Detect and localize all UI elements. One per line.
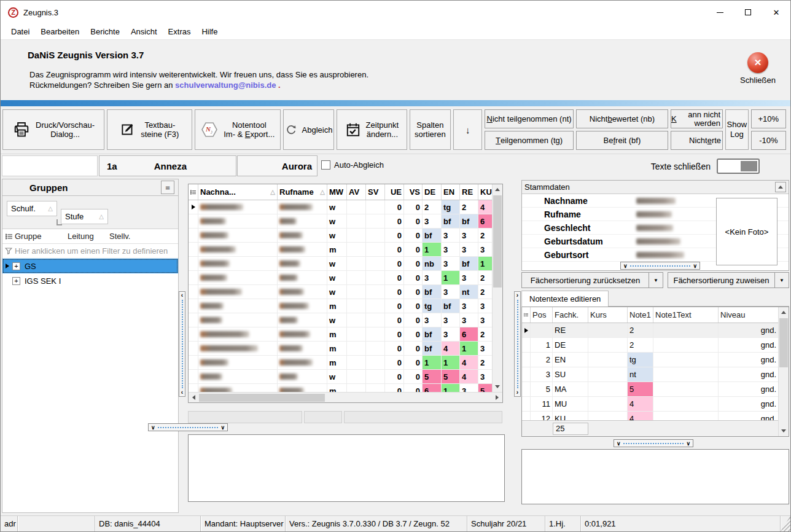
column-header-note1[interactable]: Note1 [628,307,653,323]
grade-cell[interactable]: bf [423,285,442,299]
auto-abgleich-checkbox[interactable] [321,160,330,170]
student-row[interactable]: m006135 [189,384,492,392]
niveau-cell[interactable]: gnd. [719,323,778,337]
scrollbar-thumb[interactable] [779,318,788,367]
note1text-cell[interactable] [653,412,719,420]
vs-cell[interactable]: 0 [404,299,423,313]
niveau-cell[interactable]: gnd. [719,382,778,396]
note1-cell[interactable]: 2 [628,338,653,352]
column-header-ku[interactable]: KU [478,184,492,200]
grade-cell[interactable]: 6 [460,327,478,341]
column-header-fachk[interactable]: Fachk. [553,307,588,323]
av-cell[interactable] [347,243,366,256]
av-cell[interactable] [347,271,366,284]
niveau-cell[interactable]: gnd. [719,353,778,367]
sv-cell[interactable] [366,229,385,242]
grade-cell[interactable]: 3 [423,271,442,284]
grade-cell[interactable]: 1 [423,356,442,369]
vs-cell[interactable]: 0 [404,342,423,355]
abgleich-button[interactable]: Abgleich [283,109,334,150]
gender-cell[interactable]: w [327,313,347,327]
gender-cell[interactable]: m [327,243,347,256]
befreit-button[interactable]: Befreit (bf) [576,131,668,150]
menu-extras[interactable]: Extras [163,25,197,39]
grade-cell[interactable]: bf [442,299,460,313]
note1-cell[interactable]: 2 [628,323,653,337]
sv-cell[interactable] [366,257,385,270]
gender-cell[interactable]: w [327,257,347,270]
collapse-button[interactable] [775,182,786,192]
scrollbar-thumb[interactable] [199,394,325,402]
grade-cell[interactable]: 4 [442,342,460,355]
grade-cell[interactable]: bf [423,327,442,341]
horizontal-scrollbar[interactable] [189,392,502,402]
student-row[interactable]: m00tgbf33 [189,299,492,313]
note-row-en[interactable]: 2ENtggnd. [522,353,778,367]
note-row-de[interactable]: 1DE2gnd. [522,338,778,353]
note1-cell[interactable]: 4 [628,397,653,411]
col-leitung[interactable]: Leitung [68,232,109,241]
grade-cell[interactable]: 3 [442,257,460,270]
grade-cell[interactable]: 2 [478,327,492,341]
menu-datei[interactable]: Datei [6,25,35,39]
grade-cell[interactable]: 1 [442,384,460,392]
grade-cell[interactable]: 3 [460,229,478,242]
av-cell[interactable] [347,200,366,214]
gender-cell[interactable]: w [327,285,347,299]
grade-cell[interactable]: 1 [460,342,478,355]
student-row[interactable]: w00nb3bf1 [189,257,492,271]
grade-cell[interactable]: 3 [478,243,492,256]
column-header-pos[interactable]: Pos [531,307,553,323]
student-row[interactable]: m001333 [189,243,492,257]
column-header-av[interactable]: AV [347,184,366,200]
av-cell[interactable] [347,356,366,369]
av-cell[interactable] [347,299,366,313]
av-cell[interactable] [347,327,366,341]
print-preview-button[interactable]: Druck/Vorschau-Dialog... [2,109,104,150]
student-row[interactable]: w003bfbf6 [189,214,492,229]
column-header-vs[interactable]: VS [404,184,423,200]
note1-cell[interactable]: tg [628,353,653,367]
fach-cell[interactable]: MU [553,397,588,411]
niveau-cell[interactable]: gnd. [719,338,778,352]
scroll-left-button[interactable] [189,395,199,400]
textbausteine-button[interactable]: Textbau-steine (F3) [107,109,192,150]
student-row[interactable]: m001142 [189,356,492,370]
sv-cell[interactable] [366,327,385,341]
column-header-ue[interactable]: UE [385,184,404,200]
note1text-cell[interactable] [653,367,719,381]
note1text-cell[interactable] [653,338,719,352]
grade-cell[interactable]: 2 [423,200,442,214]
group-row-gs[interactable]: +GS [2,259,178,273]
column-header-sv[interactable]: SV [366,184,385,200]
show-log-button[interactable]: ShowLog [725,109,749,150]
vs-cell[interactable]: 0 [404,370,423,383]
grade-cell[interactable]: 4 [460,356,478,369]
vs-cell[interactable]: 0 [404,200,423,214]
nicht-teilgenommen-button[interactable]: Nicht teilgenommen (nt) [485,109,573,128]
vs-cell[interactable]: 0 [404,214,423,228]
scroll-up-button[interactable] [493,184,502,195]
expand-icon[interactable]: + [12,262,20,270]
gender-cell[interactable]: w [327,271,347,284]
grade-cell[interactable]: 3 [442,243,460,256]
faechersortierung-assign-button[interactable]: Fächersortierung zuweisen [668,272,775,288]
grade-cell[interactable]: 1 [478,257,492,270]
scroll-down-button[interactable] [493,381,502,392]
notes-text-area[interactable] [521,449,789,504]
grade-cell[interactable]: tg [423,299,442,313]
pos-cell[interactable]: 12 [531,412,553,420]
student-name-cell[interactable]: 1a Anneza [99,155,236,176]
grade-cell[interactable]: 3 [442,229,460,242]
vs-cell[interactable]: 0 [404,229,423,242]
note1text-cell[interactable] [653,382,719,396]
ue-cell[interactable]: 0 [385,370,404,383]
ue-cell[interactable]: 0 [385,299,404,313]
sv-cell[interactable] [366,342,385,355]
texte-schliessen-toggle[interactable] [717,158,760,174]
grade-cell[interactable]: 5 [423,370,442,383]
note1-cell[interactable]: 5 [628,382,653,396]
zoom-out-button[interactable]: -10% [751,131,786,150]
grade-cell[interactable]: 4 [460,370,478,383]
fach-cell[interactable]: RE [553,323,588,337]
